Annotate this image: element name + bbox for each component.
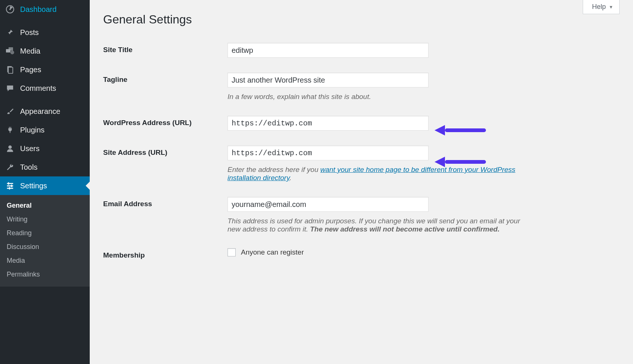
row-tagline: Tagline In a few words, explain what thi… <box>103 73 620 101</box>
sidebar-item-label: Dashboard <box>20 5 57 14</box>
sidebar-item-dashboard[interactable]: Dashboard <box>0 0 90 19</box>
settings-submenu: General Writing Reading Discussion Media… <box>0 195 90 287</box>
row-site-title: Site Title <box>103 43 620 58</box>
pin-icon <box>5 28 15 37</box>
sidebar-item-label: Tools <box>20 163 38 172</box>
label-site-url: Site Address (URL) <box>103 146 228 157</box>
plug-icon <box>5 125 15 135</box>
label-membership: Membership <box>103 248 228 259</box>
sidebar-item-settings[interactable]: Settings <box>0 176 90 195</box>
input-site-url[interactable] <box>228 146 429 160</box>
svg-rect-9 <box>7 185 13 186</box>
desc-email: This address is used for admin purposes.… <box>228 217 525 233</box>
sidebar-item-label: Plugins <box>20 126 45 134</box>
row-email: Email Address This address is used for a… <box>103 197 620 233</box>
annotation-arrow <box>435 125 486 135</box>
sidebar-item-label: Posts <box>20 28 39 37</box>
sidebar-item-media[interactable]: Media <box>0 42 90 60</box>
sidebar-item-label: Comments <box>20 84 56 93</box>
sidebar-item-posts[interactable]: Posts <box>0 23 90 42</box>
submenu-item-media[interactable]: Media <box>0 254 90 268</box>
row-site-url: Site Address (URL) Enter the address her… <box>103 146 620 182</box>
sidebar-item-pages[interactable]: Pages <box>0 60 90 79</box>
svg-rect-12 <box>11 185 12 187</box>
input-wp-url[interactable] <box>228 116 429 131</box>
help-tab-label: Help <box>592 3 606 11</box>
label-tagline: Tagline <box>103 73 228 84</box>
sidebar-item-label: Media <box>20 47 40 55</box>
label-email: Email Address <box>103 197 228 208</box>
media-icon <box>5 46 15 56</box>
sidebar-item-label: Appearance <box>20 107 60 116</box>
chevron-down-icon: ▼ <box>609 4 613 10</box>
input-email[interactable] <box>228 197 429 212</box>
row-membership: Membership Anyone can register <box>103 248 620 259</box>
submenu-item-general[interactable]: General <box>0 199 90 213</box>
wrench-icon <box>5 162 15 172</box>
page-title: General Settings <box>103 13 620 26</box>
page-icon <box>5 65 15 74</box>
help-tab[interactable]: Help ▼ <box>583 0 620 14</box>
svg-point-1 <box>9 9 11 10</box>
input-site-title[interactable] <box>228 43 429 58</box>
sidebar-item-comments[interactable]: Comments <box>0 79 90 98</box>
annotation-arrow <box>435 157 486 167</box>
checkbox-membership-wrapper[interactable]: Anyone can register <box>228 248 525 256</box>
submenu-item-reading[interactable]: Reading <box>0 226 90 240</box>
svg-rect-8 <box>7 183 13 184</box>
checkbox-membership[interactable] <box>228 248 236 256</box>
svg-point-7 <box>8 146 12 149</box>
desc-tagline: In a few words, explain what this site i… <box>228 93 525 101</box>
dashboard-icon <box>5 4 15 14</box>
svg-rect-3 <box>9 47 13 51</box>
svg-rect-13 <box>9 187 10 189</box>
label-wp-url: WordPress Address (URL) <box>103 116 228 127</box>
sidebar-item-plugins[interactable]: Plugins <box>0 121 90 139</box>
submenu-item-writing[interactable]: Writing <box>0 213 90 226</box>
sliders-icon <box>5 181 15 191</box>
sidebar-item-label: Settings <box>20 182 47 190</box>
users-icon <box>5 144 15 153</box>
svg-point-4 <box>10 51 14 54</box>
sidebar-item-users[interactable]: Users <box>0 139 90 158</box>
sidebar-item-label: Pages <box>20 66 41 74</box>
main-content: Help ▼ General Settings Site Title Tagli… <box>90 0 633 364</box>
comment-icon <box>5 83 15 93</box>
input-tagline[interactable] <box>228 73 429 87</box>
admin-sidebar: Dashboard Posts Media Pages Comments App… <box>0 0 90 364</box>
sidebar-item-tools[interactable]: Tools <box>0 158 90 176</box>
sidebar-item-label: Users <box>20 144 39 153</box>
svg-rect-6 <box>8 67 13 74</box>
submenu-item-permalinks[interactable]: Permalinks <box>0 268 90 281</box>
label-site-title: Site Title <box>103 43 228 54</box>
desc-site-url: Enter the address here if you want your … <box>228 166 525 182</box>
brush-icon <box>5 106 15 116</box>
checkbox-membership-label: Anyone can register <box>241 248 304 256</box>
sidebar-item-appearance[interactable]: Appearance <box>0 102 90 121</box>
submenu-item-discussion[interactable]: Discussion <box>0 240 90 254</box>
svg-rect-11 <box>8 182 9 185</box>
row-wp-url: WordPress Address (URL) <box>103 116 620 131</box>
